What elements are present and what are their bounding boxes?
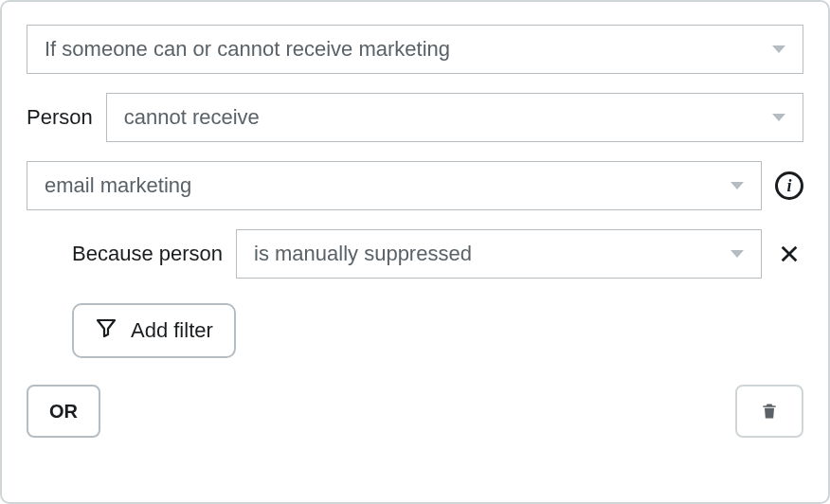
reason-label: Because person bbox=[72, 242, 223, 266]
reason-select[interactable]: is manually suppressed bbox=[236, 229, 762, 279]
or-button[interactable]: OR bbox=[27, 385, 100, 438]
footer-row: OR bbox=[27, 385, 803, 438]
chevron-down-icon bbox=[772, 45, 785, 53]
filter-condition-panel: If someone can or cannot receive marketi… bbox=[0, 0, 830, 504]
reason-value: is manually suppressed bbox=[254, 242, 472, 266]
chevron-down-icon bbox=[772, 114, 785, 121]
add-filter-row: Add filter bbox=[27, 303, 803, 358]
funnel-icon bbox=[95, 316, 117, 345]
person-row: Person cannot receive bbox=[27, 93, 803, 142]
add-filter-label: Add filter bbox=[131, 318, 213, 343]
reason-row: Because person is manually suppressed bbox=[27, 229, 803, 279]
add-filter-button[interactable]: Add filter bbox=[72, 303, 236, 358]
chevron-down-icon bbox=[731, 182, 744, 189]
delete-button[interactable] bbox=[735, 385, 803, 438]
condition-type-value: If someone can or cannot receive marketi… bbox=[45, 37, 450, 62]
person-label: Person bbox=[27, 105, 93, 130]
info-icon[interactable]: i bbox=[775, 171, 803, 200]
remove-reason-button[interactable] bbox=[775, 240, 803, 268]
channel-select[interactable]: email marketing bbox=[27, 161, 762, 210]
person-condition-value: cannot receive bbox=[124, 105, 260, 130]
close-icon bbox=[779, 243, 800, 264]
channel-row: email marketing i bbox=[27, 161, 803, 210]
or-label: OR bbox=[49, 401, 78, 423]
chevron-down-icon bbox=[731, 250, 744, 258]
condition-type-row: If someone can or cannot receive marketi… bbox=[27, 25, 803, 74]
condition-type-select[interactable]: If someone can or cannot receive marketi… bbox=[27, 25, 803, 74]
person-condition-select[interactable]: cannot receive bbox=[106, 93, 803, 142]
trash-icon bbox=[760, 401, 779, 422]
channel-value: email marketing bbox=[45, 173, 191, 198]
